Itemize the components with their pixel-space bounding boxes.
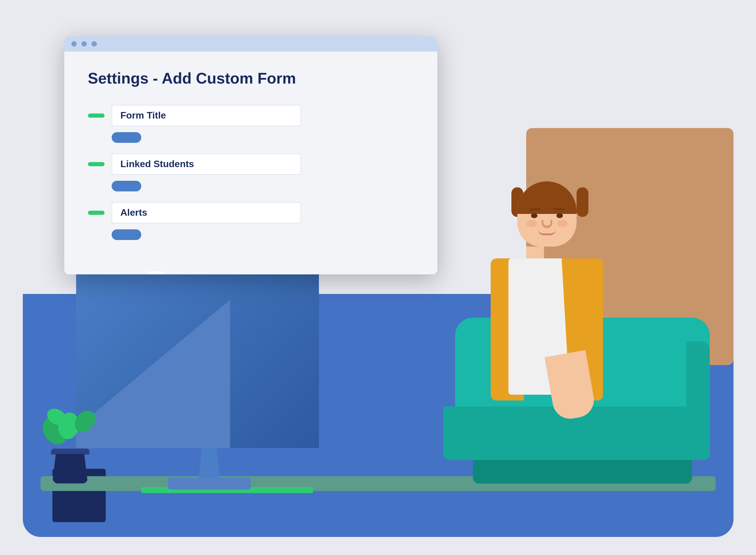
browser-titlebar — [64, 36, 437, 51]
titlebar-dot-2 — [82, 41, 87, 46]
titlebar-dot-3 — [92, 41, 97, 46]
green-indicator-2 — [88, 162, 104, 166]
monitor-base — [168, 478, 251, 489]
person-head — [517, 181, 582, 252]
form-title-input[interactable] — [112, 105, 301, 126]
cheek-right — [557, 220, 568, 227]
scene-wrapper: Settings - Add Custom Form — [23, 18, 734, 537]
titlebar-dot-1 — [72, 41, 77, 46]
mouth — [538, 229, 556, 235]
speech-bubble-tail — [147, 271, 165, 274]
green-indicator-1 — [88, 114, 104, 118]
alerts-input[interactable] — [112, 202, 301, 223]
green-indicator-3 — [88, 211, 104, 215]
monitor-container — [76, 258, 343, 489]
browser-window: Settings - Add Custom Form — [64, 36, 437, 274]
form-row-alerts — [88, 202, 414, 223]
page-title: Settings - Add Custom Form — [88, 69, 414, 87]
hair-top — [517, 181, 576, 214]
linked-students-input[interactable] — [112, 154, 301, 175]
plant-soil — [51, 449, 89, 455]
plant-decoration — [41, 400, 100, 483]
sofa-legs — [473, 460, 692, 483]
nose — [541, 220, 552, 228]
hair-side-right — [576, 187, 588, 217]
person-illustration — [443, 158, 710, 483]
person-body — [473, 181, 651, 424]
cheek-left — [526, 220, 537, 227]
plant-leaves — [41, 398, 100, 451]
monitor-screen — [76, 258, 319, 448]
head-shape — [517, 181, 576, 247]
form-title-action-button[interactable] — [112, 132, 141, 143]
browser-content: Settings - Add Custom Form — [64, 51, 437, 274]
alerts-action-button[interactable] — [112, 229, 141, 240]
eye-right — [556, 213, 563, 218]
form-row-title — [88, 105, 414, 126]
eye-left — [531, 213, 537, 218]
body-shirt — [491, 258, 603, 400]
form-row-linked-students — [88, 154, 414, 175]
linked-students-action-button[interactable] — [112, 181, 141, 191]
monitor-stand — [192, 448, 227, 478]
plant-pot — [52, 454, 88, 483]
